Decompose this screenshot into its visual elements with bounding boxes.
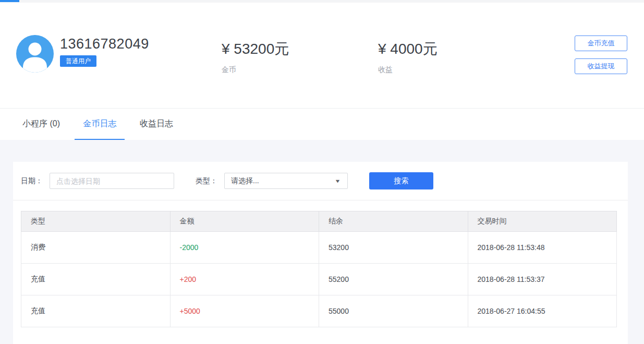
avatar [16, 35, 54, 73]
user-header-section: 13616782049 普通用户 ¥ 53200元 金币 ¥ 4000元 收益 … [0, 3, 644, 109]
user-type-badge: 普通用户 [60, 55, 96, 67]
cell-type: 充值 [21, 295, 171, 327]
cell-time: 2018-06-28 11:53:37 [468, 264, 617, 295]
table-row: 充值 +200 55200 2018-06-28 11:53:37 [21, 264, 617, 295]
table-row: 充值 +5000 55000 2018-06-27 16:04:55 [21, 295, 617, 327]
filter-bar: 日期： 类型： 请选择... ▼ 搜索 [13, 162, 628, 200]
coin-amount: ¥ 53200元 [222, 39, 289, 59]
date-filter-label: 日期： [21, 176, 43, 186]
cell-time: 2018-06-27 16:04:55 [468, 295, 617, 327]
cell-balance: 53200 [319, 232, 468, 264]
header-amount: 金额 [170, 211, 319, 232]
table-row: 消费 -2000 53200 2018-06-28 11:53:48 [21, 232, 617, 264]
income-label: 收益 [378, 65, 438, 75]
table-header-row: 类型 金额 结余 交易时间 [21, 211, 617, 232]
date-picker-input[interactable] [50, 173, 174, 189]
header-type: 类型 [21, 211, 171, 232]
income-amount: ¥ 4000元 [378, 39, 438, 59]
user-phone-number: 13616782049 [60, 36, 149, 52]
search-button[interactable]: 搜索 [369, 172, 433, 189]
header-time: 交易时间 [468, 211, 617, 232]
tab-income-log[interactable]: 收益日志 [131, 109, 181, 140]
log-table-container: 类型 金额 结余 交易时间 消费 -2000 53200 2018-06-28 … [13, 200, 628, 344]
income-withdraw-button[interactable]: 收益提现 [575, 58, 627, 74]
type-filter-label: 类型： [196, 176, 217, 186]
tab-coin-log[interactable]: 金币日志 [75, 109, 125, 140]
coin-stat: ¥ 53200元 金币 [222, 39, 289, 75]
type-select[interactable]: 请选择... ▼ [224, 173, 348, 189]
type-select-value: 请选择... [231, 176, 259, 186]
chevron-down-icon: ▼ [334, 179, 341, 184]
person-icon [16, 35, 54, 73]
tab-mini-program[interactable]: 小程序 (0) [14, 109, 68, 140]
cell-amount: -2000 [170, 232, 319, 264]
cell-type: 消费 [21, 232, 171, 264]
coin-recharge-button[interactable]: 金币充值 [575, 35, 627, 51]
cell-amount: +200 [170, 264, 319, 295]
header-balance: 结余 [319, 211, 468, 232]
cell-balance: 55000 [319, 295, 468, 327]
tab-bar: 小程序 (0) 金币日志 收益日志 [0, 109, 644, 140]
cell-balance: 55200 [319, 264, 468, 295]
cell-time: 2018-06-28 11:53:48 [468, 232, 617, 264]
cell-type: 充值 [21, 264, 171, 295]
cell-amount: +5000 [170, 295, 319, 327]
coin-label: 金币 [222, 65, 289, 75]
content-card: 日期： 类型： 请选择... ▼ 搜索 类型 金额 结余 交易时间 消费 -20… [13, 162, 628, 344]
coin-log-table: 类型 金额 结余 交易时间 消费 -2000 53200 2018-06-28 … [21, 211, 617, 327]
loading-progress-bar [0, 0, 19, 2]
income-stat: ¥ 4000元 收益 [378, 39, 438, 75]
